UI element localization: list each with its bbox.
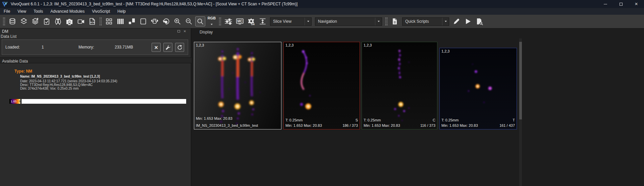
menu-vivoscript[interactable]: VivoScript bbox=[88, 8, 114, 15]
script-search-icon[interactable] bbox=[474, 16, 484, 26]
close-icon: ✕ bbox=[183, 29, 186, 33]
navigation-dropdown[interactable]: Navigation bbox=[315, 17, 382, 26]
coronal-scan-image bbox=[362, 42, 437, 129]
dcm-file-icon[interactable]: DCM bbox=[87, 16, 97, 26]
min-max-readout: Min: 1.653 Max: 20.83 bbox=[364, 123, 400, 127]
run-script-play-icon[interactable] bbox=[463, 16, 473, 26]
window-minimize-button[interactable] bbox=[598, 0, 613, 8]
display-scrollbar-thumb[interactable] bbox=[519, 42, 522, 119]
layers-icon[interactable] bbox=[19, 16, 29, 26]
toolbar-grip-handle[interactable] bbox=[100, 17, 102, 25]
display-panel: Display 1,2,3 bbox=[192, 28, 644, 186]
menu-view[interactable]: View bbox=[14, 8, 30, 15]
viewport-transverse[interactable]: 1,2,3 T: 0.25mm T Min: 1.653 Max: 20.83 … bbox=[439, 48, 517, 129]
colormap-max-label: 8 bbox=[19, 100, 20, 103]
slice-position-readout: 186 / 373 bbox=[342, 123, 358, 127]
viewport-scout[interactable]: 1,2,3 bbox=[194, 42, 281, 129]
chevron-down-icon bbox=[378, 21, 380, 22]
slice-thickness-readout: T: 0.25mm bbox=[364, 118, 381, 122]
slice-position-readout: 161 / 437 bbox=[499, 123, 515, 127]
toolbar-grip-handle[interactable] bbox=[219, 17, 221, 25]
dataset-type[interactable]: Type: NM bbox=[14, 69, 32, 74]
orientation-letter: T bbox=[513, 118, 515, 122]
dataset-date: Date: 2023-04-13 11:42:17.721 (series 20… bbox=[20, 79, 117, 83]
viewport-label: 1,2,3 bbox=[285, 43, 293, 47]
restore-icon bbox=[177, 30, 180, 32]
toolbar-grip-handle[interactable] bbox=[3, 17, 5, 25]
clear-data-button[interactable]: ✕ bbox=[152, 43, 161, 52]
chevron-down-icon bbox=[211, 24, 213, 25]
orientation-letter: S bbox=[356, 118, 358, 122]
layout-grid-icon[interactable] bbox=[104, 16, 114, 26]
slice-thickness-readout: T: 0.25mm bbox=[441, 118, 459, 122]
memory-label: Memory: bbox=[78, 45, 94, 50]
menu-file[interactable]: File bbox=[0, 8, 14, 15]
adjust-sliders-icon[interactable] bbox=[223, 16, 233, 26]
tools-wrench-button[interactable] bbox=[163, 43, 172, 52]
rotate-view-icon[interactable] bbox=[161, 16, 171, 26]
quick-scripts-dropdown[interactable]: Quick Scripts bbox=[402, 17, 449, 26]
memory-value: 233.71MB bbox=[115, 45, 133, 50]
toolbar-grip-handle[interactable] bbox=[385, 17, 387, 25]
sagittal-scan-image bbox=[284, 42, 360, 129]
colormap-range-bar[interactable]: 1.65 8 bbox=[9, 99, 186, 104]
layout-columns-icon[interactable] bbox=[115, 16, 125, 26]
layout-single-icon[interactable] bbox=[138, 16, 148, 26]
tuxedo-icon[interactable] bbox=[53, 16, 63, 26]
dataset-name-overlay: IM_NS_20230413_3_bed_tc99m_test bbox=[196, 123, 258, 127]
dm-panel-subtitle: Data List bbox=[1, 34, 16, 39]
menu-tools[interactable]: Tools bbox=[30, 8, 47, 15]
fit-height-icon[interactable] bbox=[258, 16, 268, 26]
script-document-icon[interactable] bbox=[390, 16, 400, 26]
data-manager-icon[interactable] bbox=[7, 16, 17, 26]
multi-channel-icon[interactable]: MC bbox=[235, 16, 245, 26]
window-title: VivoQuant 6.0.1 - 1,2,3: IM_NS_20230413_… bbox=[11, 2, 298, 6]
dm-settings-gear-icon[interactable]: DM bbox=[246, 16, 256, 26]
dm-panel-close-button[interactable]: ✕ bbox=[183, 29, 187, 33]
video-camera-icon[interactable] bbox=[76, 16, 86, 26]
rotate-3d-icon[interactable] bbox=[150, 16, 160, 26]
display-panel-title: Display bbox=[200, 30, 213, 34]
maximize-icon bbox=[620, 3, 623, 6]
close-icon: ✕ bbox=[154, 45, 158, 50]
slice-view-value: Slice View bbox=[270, 19, 305, 24]
viewport-label: 1,2,3 bbox=[441, 49, 449, 53]
quick-scripts-value: Quick Scripts bbox=[402, 19, 442, 24]
magnifier-tool-icon[interactable] bbox=[195, 16, 205, 26]
window-close-button[interactable]: ✕ bbox=[629, 0, 644, 8]
window-maximize-button[interactable] bbox=[613, 0, 629, 8]
dropdown-arrow bbox=[442, 18, 449, 25]
slice-position-readout: 116 / 373 bbox=[420, 123, 435, 127]
zoom-out-icon[interactable] bbox=[184, 16, 194, 26]
chevron-down-icon bbox=[307, 21, 309, 22]
viewport-sagittal[interactable]: 1,2,3 T: 0.25mm S Min: 1.653 Max: 20.83 … bbox=[283, 42, 360, 129]
layers-add-icon[interactable] bbox=[30, 16, 40, 26]
edit-script-pencil-icon[interactable] bbox=[451, 16, 462, 26]
dataset-name[interactable]: Name: IM_NS_20230413_3_bed_tc99m_test [1… bbox=[20, 75, 100, 78]
menu-bar: File View Tools Advanced Modules VivoScr… bbox=[0, 8, 644, 15]
dropdown-arrow bbox=[305, 18, 311, 25]
loaded-label: Loaded: bbox=[5, 45, 20, 50]
layout-split-icon[interactable] bbox=[127, 16, 137, 26]
chevron-down-icon bbox=[445, 21, 447, 22]
zoom-in-icon[interactable] bbox=[172, 16, 182, 26]
dropdown-arrow bbox=[375, 18, 382, 25]
dataset-desc: Desc: TT3Dnd Reg:Hi,Res128,It48,S3,Q:Me+… bbox=[20, 83, 93, 87]
camera-icon[interactable] bbox=[64, 16, 74, 26]
viewport-coronal[interactable]: 1,2,3 T: 0.25mm C Min: 1.653 Max: 20.83 bbox=[362, 42, 437, 129]
display-scrollbar[interactable] bbox=[519, 38, 522, 186]
available-data-header: Available Data bbox=[0, 58, 191, 63]
title-bar: VivoQuant 6.0.1 - 1,2,3: IM_NS_20230413_… bbox=[0, 0, 644, 8]
dm-panel-title: DM bbox=[2, 29, 8, 34]
clipboard-check-icon[interactable] bbox=[42, 16, 52, 26]
menu-advanced-modules[interactable]: Advanced Modules bbox=[47, 8, 88, 15]
available-data-label: Available Data bbox=[0, 59, 28, 64]
menu-help[interactable]: Help bbox=[114, 8, 129, 15]
rgb-mode-icon[interactable]: RGB bbox=[207, 16, 217, 26]
reload-button[interactable] bbox=[175, 43, 184, 52]
min-max-readout: Min: 1.653 Max: 20.83 bbox=[196, 116, 232, 120]
dm-panel-restore-button[interactable] bbox=[177, 29, 181, 33]
vivoquant-logo-icon bbox=[2, 1, 8, 7]
slice-view-dropdown[interactable]: Slice View bbox=[270, 17, 312, 26]
rgb-label: RGB bbox=[208, 16, 216, 20]
